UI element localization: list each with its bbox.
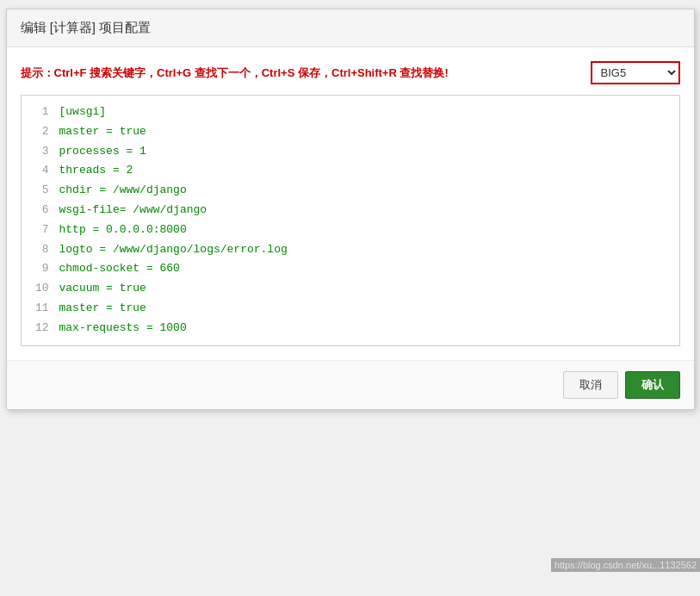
dialog-footer: 取消 确认: [7, 360, 694, 409]
line-content: chdir = /www/django: [59, 182, 187, 200]
hint-text: 提示：Ctrl+F 搜索关键字，Ctrl+G 查找下一个，Ctrl+S 保存，C…: [21, 65, 449, 81]
code-line: 10 vacuum = true: [22, 279, 679, 299]
encoding-select[interactable]: BIG5 UTF-8 GBK ISO-8859-1: [591, 61, 680, 84]
code-line: 7 http = 0.0.0.0:8000: [22, 220, 679, 240]
line-number: 5: [28, 182, 49, 200]
cancel-button[interactable]: 取消: [563, 371, 618, 399]
confirm-button[interactable]: 确认: [625, 371, 680, 399]
dialog-title: 编辑 [计算器] 项目配置: [21, 20, 152, 34]
line-content: [uwsgi]: [59, 103, 107, 121]
line-content: wsgi-file= /www/django: [59, 202, 208, 220]
code-line: 8 logto = /www/django/logs/error.log: [22, 240, 679, 260]
line-number: 12: [28, 320, 49, 338]
line-number: 4: [28, 162, 49, 180]
line-number: 11: [28, 300, 49, 318]
code-line: 5 chdir = /www/django: [22, 181, 679, 201]
code-editor[interactable]: 1 [uwsgi] 2 master = true 3 processes = …: [21, 95, 680, 346]
hint-row: 提示：Ctrl+F 搜索关键字，Ctrl+G 查找下一个，Ctrl+S 保存，C…: [21, 61, 680, 84]
code-line: 6 wsgi-file= /www/django: [22, 201, 679, 220]
code-line: 1 [uwsgi]: [22, 102, 679, 122]
watermark: https://blog.csdn.net/xu...1132562: [551, 558, 700, 572]
line-number: 1: [28, 103, 49, 121]
line-number: 2: [28, 123, 49, 141]
dialog-title-bar: 编辑 [计算器] 项目配置: [7, 9, 694, 47]
line-content: master = true: [59, 123, 146, 141]
code-line: 4 threads = 2: [22, 161, 679, 181]
code-line: 11 master = true: [22, 299, 679, 319]
line-number: 9: [28, 260, 49, 278]
code-line: 2 master = true: [22, 122, 679, 142]
line-content: logto = /www/django/logs/error.log: [59, 241, 288, 259]
line-content: threads = 2: [59, 162, 133, 180]
line-content: chmod-socket = 660: [59, 260, 180, 278]
line-content: vacuum = true: [59, 280, 146, 298]
code-line: 12 max-requests = 1000: [22, 319, 679, 338]
line-number: 8: [28, 241, 49, 259]
line-number: 10: [28, 280, 49, 298]
line-content: processes = 1: [59, 143, 146, 161]
line-number: 3: [28, 143, 49, 161]
line-content: http = 0.0.0.0:8000: [59, 221, 187, 239]
code-line: 9 chmod-socket = 660: [22, 259, 679, 279]
line-content: master = true: [59, 300, 146, 318]
line-content: max-requests = 1000: [59, 320, 187, 338]
main-dialog: 编辑 [计算器] 项目配置 提示：Ctrl+F 搜索关键字，Ctrl+G 查找下…: [6, 9, 695, 410]
code-line: 3 processes = 1: [22, 142, 679, 162]
line-number: 7: [28, 221, 49, 239]
dialog-body: 提示：Ctrl+F 搜索关键字，Ctrl+G 查找下一个，Ctrl+S 保存，C…: [7, 47, 694, 360]
line-number: 6: [28, 202, 49, 220]
